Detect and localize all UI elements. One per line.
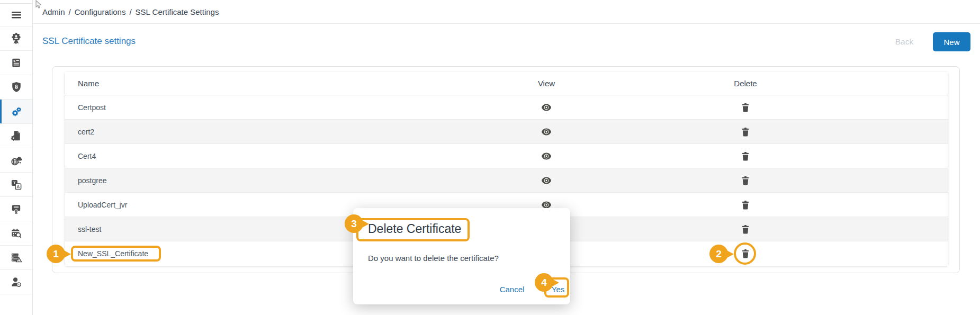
system-file-icon bbox=[10, 130, 22, 142]
sidebar-item-menu[interactable] bbox=[0, 3, 32, 26]
eye-icon bbox=[541, 152, 552, 160]
sidebar-item-security-shield[interactable] bbox=[0, 75, 32, 100]
sidebar-item-certificate-board[interactable] bbox=[0, 197, 32, 221]
certificate-name: postgree bbox=[65, 176, 106, 185]
breadcrumb-item-current: SSL Certificate Settings bbox=[136, 7, 219, 16]
annotation-step-badge: 4 bbox=[535, 273, 553, 292]
view-button[interactable] bbox=[515, 95, 578, 120]
delete-button[interactable] bbox=[714, 217, 777, 241]
breadcrumb-separator: / bbox=[69, 7, 71, 16]
svg-text:$: $ bbox=[14, 59, 16, 62]
hamburger-menu-icon bbox=[10, 8, 23, 21]
sidebar-item-system-file[interactable] bbox=[0, 124, 32, 148]
annotation-step-number: 3 bbox=[351, 218, 357, 230]
certificate-name: Certpost bbox=[65, 103, 106, 112]
sidebar-item-settings-gears[interactable] bbox=[0, 100, 32, 124]
certificate-name: UploadCert_jvr bbox=[65, 201, 127, 209]
sidebar: $ bbox=[0, 0, 33, 315]
eye-icon bbox=[541, 201, 552, 209]
sidebar-item-user-session[interactable] bbox=[0, 270, 32, 294]
cancel-button[interactable]: Cancel bbox=[491, 285, 533, 294]
breadcrumb-item-admin[interactable]: Admin bbox=[42, 7, 65, 16]
server-alert-icon bbox=[10, 251, 22, 264]
dialog-message: Do you want to delete the certificate? bbox=[368, 254, 499, 263]
settings-gears-icon bbox=[10, 105, 23, 118]
table-header: Name View Delete bbox=[65, 72, 948, 95]
annotation-step-badge: 1 bbox=[47, 245, 65, 263]
sidebar-item-billing-document[interactable]: $ bbox=[0, 51, 32, 75]
schedule-search-icon bbox=[10, 227, 22, 239]
page-title: SSL Certificate settings bbox=[42, 36, 136, 47]
trash-icon bbox=[742, 249, 749, 258]
annotation-step-number: 1 bbox=[53, 248, 59, 260]
certificate-name: New_SSL_Certificate bbox=[65, 249, 148, 258]
sidebar-item-quality-badge[interactable] bbox=[0, 26, 32, 51]
dialog-title: Delete Certificate bbox=[368, 222, 461, 236]
view-button[interactable] bbox=[515, 168, 578, 193]
view-button[interactable] bbox=[515, 144, 578, 168]
view-button[interactable] bbox=[515, 120, 578, 144]
column-header-name: Name bbox=[65, 79, 99, 88]
certificate-name: cert2 bbox=[65, 128, 94, 136]
table-row: cert2 bbox=[65, 120, 948, 144]
back-button[interactable]: Back bbox=[893, 37, 916, 47]
eye-icon bbox=[541, 177, 552, 184]
eye-icon bbox=[541, 128, 552, 136]
trash-icon bbox=[742, 128, 749, 137]
svg-text:A: A bbox=[17, 184, 20, 189]
new-button[interactable]: New bbox=[933, 32, 970, 51]
table-row: Certpost bbox=[65, 95, 948, 120]
certificate-name: Cert4 bbox=[65, 152, 96, 160]
annotation-step-badge: 3 bbox=[345, 214, 363, 233]
breadcrumb-bar: Admin / Configurations / SSL Certificate… bbox=[33, 0, 980, 24]
sidebar-item-server-alert[interactable] bbox=[0, 246, 32, 270]
breadcrumb-separator: / bbox=[129, 7, 131, 16]
trash-icon bbox=[742, 225, 749, 234]
trash-icon bbox=[742, 152, 749, 161]
certificate-board-icon bbox=[10, 203, 22, 215]
annotation-step-number: 2 bbox=[716, 248, 722, 260]
delete-button[interactable] bbox=[714, 120, 777, 144]
table-row: Cert4 bbox=[65, 144, 948, 168]
delete-certificate-dialog: Delete Certificate Do you want to delete… bbox=[353, 208, 570, 304]
delete-button[interactable] bbox=[714, 144, 777, 168]
sidebar-item-translation[interactable]: T A bbox=[0, 173, 32, 197]
mouse-cursor-icon bbox=[35, 0, 42, 12]
column-header-view: View bbox=[515, 79, 578, 88]
breadcrumb-item-configurations[interactable]: Configurations bbox=[75, 7, 126, 16]
eye-icon bbox=[541, 104, 552, 111]
annotation-step-badge: 2 bbox=[709, 245, 728, 263]
table-row: postgree bbox=[65, 168, 948, 193]
annotation-step-number: 4 bbox=[541, 277, 547, 289]
user-session-icon bbox=[10, 276, 22, 288]
delete-button[interactable] bbox=[714, 168, 777, 193]
trash-icon bbox=[742, 201, 749, 210]
delete-button[interactable] bbox=[714, 193, 777, 217]
quality-badge-icon bbox=[10, 32, 22, 44]
delete-button[interactable] bbox=[714, 95, 777, 120]
sidebar-item-network-globe[interactable] bbox=[0, 148, 32, 173]
trash-icon bbox=[742, 103, 749, 112]
network-globe-icon bbox=[10, 154, 23, 167]
trash-icon bbox=[742, 176, 749, 185]
billing-document-icon: $ bbox=[10, 57, 22, 69]
column-header-delete: Delete bbox=[714, 79, 777, 88]
translation-icon: T A bbox=[10, 178, 22, 191]
sidebar-item-schedule-search[interactable] bbox=[0, 221, 32, 246]
certificate-name: ssl-test bbox=[65, 225, 101, 233]
security-shield-icon bbox=[11, 81, 22, 93]
